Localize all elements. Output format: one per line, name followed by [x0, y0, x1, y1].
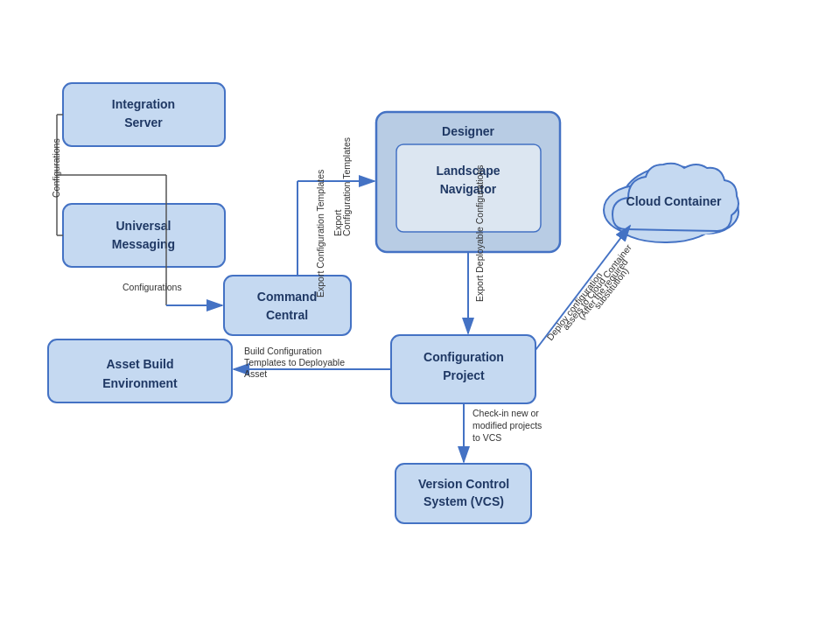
build-config-label2: Templates to Deployable	[244, 357, 345, 368]
landscape-navigator-label: Landscape	[436, 164, 500, 178]
universal-messaging-label: Universal	[116, 219, 171, 233]
export-deployable-label: Export Deployable Configurations	[474, 165, 485, 302]
checkin-label2: modified projects	[472, 420, 542, 430]
vcs-box	[396, 464, 531, 523]
command-central-box	[224, 276, 351, 335]
configuration-project-label2: Project	[443, 368, 485, 382]
vcs-label2: System (VCS)	[424, 494, 504, 508]
asset-build-env-label2: Environment	[102, 376, 178, 390]
export-config-rotated: Export Configuration Templates	[315, 170, 326, 298]
export-config-templates-label2: Configuration Templates	[341, 137, 352, 236]
configurations-label-horiz: Configurations	[122, 282, 182, 292]
vcs-label: Version Control	[418, 477, 509, 491]
integration-server-label: Integration	[112, 97, 175, 111]
checkin-label1: Check-in new or	[472, 408, 539, 418]
universal-messaging-box	[63, 204, 225, 267]
checkin-label3: to VCS	[472, 432, 501, 443]
configurations-label-vertical: Configurations	[51, 138, 61, 198]
asset-build-env-box	[48, 340, 232, 402]
build-config-label1: Build Configuration	[244, 346, 322, 356]
designer-label: Designer	[442, 124, 494, 138]
integration-server-label2: Server	[124, 116, 163, 130]
landscape-navigator-label2: Navigator	[440, 182, 497, 196]
command-central-label2: Central	[266, 308, 308, 322]
asset-build-env-label: Asset Build	[106, 357, 173, 371]
integration-server-box	[63, 83, 225, 146]
configuration-project-label: Configuration	[424, 350, 504, 364]
command-central-label: Command	[257, 290, 317, 304]
build-config-label3: Asset	[244, 368, 267, 379]
cloud-container-label: Cloud Container	[626, 194, 722, 208]
